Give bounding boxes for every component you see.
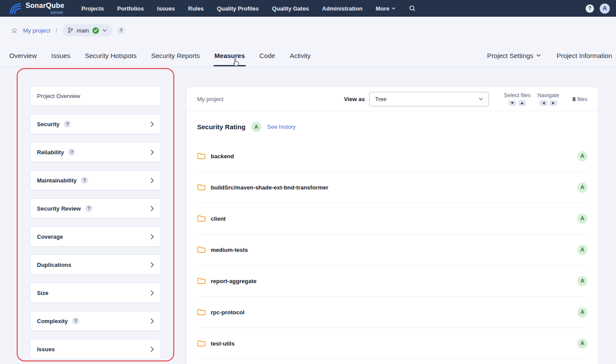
branch-icon <box>68 27 73 33</box>
sidebar-item-duplications[interactable]: Duplications <box>30 255 161 275</box>
tab-measures[interactable]: Measures <box>214 44 245 67</box>
sidebar-item-label: Security Review <box>37 205 81 212</box>
sidebar-item-reliability[interactable]: Reliability ? <box>30 142 161 162</box>
files-count-number: 8 <box>572 96 576 102</box>
chevron-down-icon <box>536 54 541 57</box>
folder-name: test-utils <box>211 340 235 347</box>
navigate-control: Navigate <box>538 92 559 106</box>
project-header: ☆ My project / main ? Overview Issues Se… <box>0 17 616 67</box>
triangle-down-icon <box>511 102 514 104</box>
measures-panel: My project View as Tree Select files <box>186 87 598 364</box>
navigate-back-button[interactable] <box>540 100 547 106</box>
chevron-down-icon <box>103 29 107 32</box>
select-files-control: Select files <box>504 92 530 106</box>
navigate-forward-button[interactable] <box>550 100 557 106</box>
folder-row-test-utils[interactable]: test-utils A <box>197 328 587 359</box>
folder-row-report-aggregate[interactable]: report-aggregate A <box>197 266 587 297</box>
rating-badge: A <box>577 339 587 349</box>
nav-item-administration[interactable]: Administration <box>322 5 363 12</box>
help-icon[interactable]: ? <box>85 205 92 212</box>
nav-item-projects[interactable]: Projects <box>81 5 104 12</box>
nav-item-issues[interactable]: Issues <box>157 5 175 12</box>
sonarqube-waves-icon <box>9 2 23 15</box>
brand-subtitle: server <box>26 10 64 15</box>
sonarqube-logo[interactable]: SonarQube server <box>9 2 64 15</box>
folder-name: report-aggregate <box>211 278 257 284</box>
chevron-right-icon <box>150 346 154 352</box>
branch-selector[interactable]: main <box>62 24 112 36</box>
search-icon[interactable] <box>409 5 416 12</box>
view-mode-select[interactable]: Tree <box>369 92 489 106</box>
folder-row-backend[interactable]: backend A <box>197 141 587 172</box>
help-icon[interactable]: ? <box>72 317 79 324</box>
tab-measures-label: Measures <box>214 52 245 59</box>
chevron-right-icon <box>150 178 154 183</box>
rating-badge: A <box>577 276 587 286</box>
sidebar-item-label: Size <box>37 290 48 296</box>
rating-badge: A <box>577 307 587 317</box>
tab-activity[interactable]: Activity <box>290 44 311 67</box>
triangle-left-icon <box>543 102 545 105</box>
project-link[interactable]: My project <box>23 27 50 34</box>
sidebar-item-issues[interactable]: Issues <box>30 339 161 359</box>
tab-security-hotspots[interactable]: Security Hotspots <box>85 44 137 67</box>
tab-overview[interactable]: Overview <box>9 44 37 67</box>
breadcrumb: ☆ My project / main ? <box>0 17 616 44</box>
help-icon[interactable]: ? <box>64 120 71 127</box>
avatar[interactable]: A <box>600 4 610 14</box>
chevron-down-icon <box>479 98 483 100</box>
view-as-label: View as <box>344 96 365 102</box>
measures-sidebar: Project Overview Security ? Reliability … <box>30 86 161 364</box>
chevron-down-icon <box>392 7 396 10</box>
sidebar-item-label: Project Overview <box>37 93 80 99</box>
project-tabs: Overview Issues Security Hotspots Securi… <box>0 44 616 67</box>
sidebar-item-size[interactable]: Size <box>30 283 161 303</box>
sidebar-item-label: Reliability <box>37 149 64 156</box>
chevron-right-icon <box>150 206 154 211</box>
help-icon[interactable]: ? <box>81 177 88 184</box>
help-icon[interactable]: ? <box>68 149 75 156</box>
chevron-right-icon <box>150 149 154 155</box>
folder-row-rpc-protocol[interactable]: rpc-protocol A <box>197 297 587 328</box>
folder-row-buildsrc[interactable]: buildSrc/maven-shade-ext-bnd-transformer… <box>197 172 587 203</box>
favorite-star-icon[interactable]: ☆ <box>11 27 18 34</box>
folder-icon <box>197 215 205 222</box>
folder-row-medium-tests[interactable]: medium-tests A <box>197 234 587 266</box>
sidebar-item-coverage[interactable]: Coverage <box>30 226 161 247</box>
sidebar-item-security[interactable]: Security ? <box>30 114 161 134</box>
rating-badge: A <box>577 151 587 161</box>
folder-icon <box>197 277 205 284</box>
folder-icon <box>197 153 205 160</box>
tab-issues[interactable]: Issues <box>51 44 70 67</box>
sidebar-item-label: Duplications <box>37 262 71 268</box>
select-previous-file-button[interactable] <box>518 100 526 106</box>
sidebar-item-project-overview[interactable]: Project Overview <box>30 86 161 106</box>
rating-badge: A <box>577 214 587 224</box>
folder-name: backend <box>211 153 234 160</box>
folder-row-client[interactable]: client A <box>197 203 587 234</box>
nav-item-more[interactable]: More <box>376 5 396 12</box>
folder-icon <box>197 340 205 347</box>
tab-code[interactable]: Code <box>260 44 275 67</box>
sidebar-item-complexity[interactable]: Complexity ? <box>30 311 161 331</box>
nav-item-quality-profiles[interactable]: Quality Profiles <box>217 5 259 12</box>
nav-item-rules[interactable]: Rules <box>188 5 204 12</box>
folder-name: medium-tests <box>211 247 248 253</box>
help-icon[interactable]: ? <box>586 4 594 13</box>
branch-help-icon[interactable]: ? <box>117 27 125 34</box>
quality-gate-passed-icon <box>92 27 99 34</box>
measures-toolbar: My project View as Tree Select files <box>187 87 598 111</box>
sidebar-item-security-review[interactable]: Security Review ? <box>30 198 161 218</box>
chevron-right-icon <box>150 121 154 127</box>
tab-security-reports[interactable]: Security Reports <box>151 44 200 67</box>
nav-item-quality-gates[interactable]: Quality Gates <box>272 5 309 12</box>
nav-item-portfolios[interactable]: Portfolios <box>117 5 144 12</box>
see-history-link[interactable]: See history <box>267 124 296 130</box>
select-next-file-button[interactable] <box>509 100 516 106</box>
sidebar-item-label: Security <box>37 121 59 127</box>
brand-name: SonarQube <box>26 2 64 9</box>
project-settings-menu[interactable]: Project Settings <box>487 52 541 59</box>
sidebar-item-maintainability[interactable]: Maintainability ? <box>30 170 161 190</box>
sidebar-item-label: Complexity <box>37 318 68 324</box>
project-information-link[interactable]: Project Information <box>557 52 612 59</box>
